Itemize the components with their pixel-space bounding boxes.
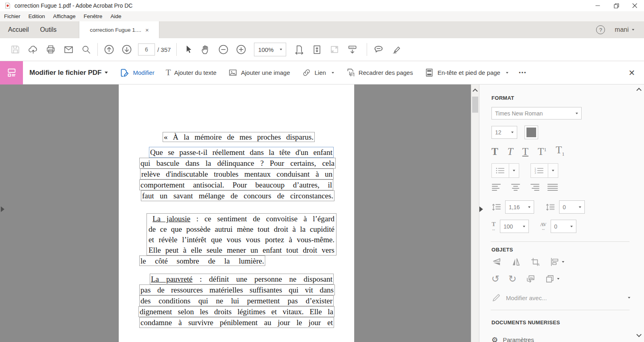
zoom-out-button[interactable] [215,41,232,58]
crop-object-button[interactable] [530,257,541,267]
superscript-button[interactable]: T1 [538,146,547,157]
menu-item-affichage[interactable]: Affichage [53,13,76,19]
add-text-button[interactable]: T Ajouter du texte [166,68,217,77]
para2-line1: La jalousie : ce sentiment de convoitise… [149,214,334,224]
menu-item-aide[interactable]: Aide [110,13,121,19]
edit-pdf-tool-icon [5,66,19,80]
search-button[interactable] [77,41,95,58]
comment-button[interactable] [369,41,387,58]
flip-horizontal-button[interactable] [511,257,521,267]
numbered-list-button[interactable]: 1 2 3 [530,163,558,178]
close-tool-button[interactable]: ✕ [628,68,635,78]
gear-icon: ⚙ [491,336,498,342]
next-page-button[interactable] [118,41,136,58]
print-button[interactable] [42,41,60,58]
text-box-para3-line1[interactable]: La pauvreté : définit une personne ne di… [150,274,334,284]
paragraph-spacing-select[interactable]: 0 [559,200,585,214]
crop-pages-button[interactable]: Recadrer des pages [345,68,413,78]
line-spacing-select[interactable]: 1,16 [505,200,534,214]
font-color-swatch[interactable] [524,126,538,139]
horizontal-scale-select[interactable]: 100 [500,220,529,233]
arrange-objects-button[interactable] [545,274,559,284]
zoom-level-select[interactable]: 100% [254,43,286,56]
align-right-button[interactable] [528,183,540,192]
tool-title[interactable]: Modifier le fichier PDF [29,69,101,77]
italic-button[interactable]: T [508,146,513,157]
close-window-button[interactable] [625,0,644,11]
flip-vertical-button[interactable] [491,257,502,267]
read-mode-button[interactable] [343,41,361,58]
tab-accueil[interactable]: Accueil [2,21,35,38]
scroll-up-icon[interactable] [473,89,478,94]
settings-button[interactable]: ⚙ Paramètres [491,336,628,342]
tool-title-caret-icon[interactable] [105,72,108,74]
font-family-select[interactable]: Times New Roman [491,107,582,119]
fit-page-button[interactable] [308,41,326,58]
save-button[interactable] [6,41,24,58]
select-tool-button[interactable] [179,41,197,58]
tabbar-right: ? mani [596,21,644,38]
panel-scrollbar[interactable] [636,84,642,342]
window-controls [588,0,644,11]
document-scrollbar[interactable] [471,84,479,342]
bold-button[interactable]: T [491,146,498,157]
align-center-button[interactable] [510,183,521,192]
char-spacing-select[interactable]: 0 [551,220,576,233]
panel-scroll-up-icon[interactable] [636,88,642,93]
hand-tool-button[interactable] [197,41,215,58]
add-image-button[interactable]: Ajouter une image [228,68,290,78]
panel-scroll-down-icon[interactable] [636,332,642,337]
tab-document-label: correction Fugue 1.... [90,27,141,33]
minimize-button[interactable] [588,0,607,11]
text-box-para3-line3[interactable]: des conditions qui ne lui permettent pas… [139,295,334,306]
subscript-button[interactable]: T1 [556,145,565,157]
align-justify-button[interactable] [547,183,558,192]
rotate-left-button[interactable]: ↺ [491,274,500,284]
email-button[interactable] [60,41,77,58]
bullet-list-button[interactable] [491,163,519,178]
text-box-para2-last[interactable]: le côté sombre de la lumière. [139,255,265,266]
menu-item-fenetre[interactable]: Fenêtre [84,13,103,19]
header-footer-button[interactable]: En-tête et pied de page [424,68,508,78]
text-box-para1-line4[interactable]: comportement antisocial. Pour beaucoup d… [139,179,333,190]
text-box-para1-line5[interactable]: faut un savant mélange de concours de ci… [141,190,334,201]
align-objects-button[interactable] [549,257,564,267]
align-left-button[interactable] [491,183,503,192]
tab-close-icon[interactable]: × [145,27,149,33]
left-panel-expand-button[interactable] [1,206,4,212]
font-size-select[interactable]: 12 [491,126,517,139]
user-menu[interactable]: mani [615,26,634,33]
tab-outils[interactable]: Outils [35,21,62,38]
text-box-para2[interactable]: La jalousie : ce sentiment de convoitise… [147,213,336,255]
text-box-para3-line2[interactable]: pas de ressources matérielles suffisante… [139,284,335,295]
text-box-para3-line5[interactable]: condamne à survivre péniblement au jour … [139,317,334,328]
highlight-button[interactable] [387,41,405,58]
menu-item-fichier[interactable]: Fichier [4,13,21,19]
right-panel-collapse-button[interactable] [479,206,483,212]
text-box-para1-line3[interactable]: relève d'indiscutable troubles mentaux c… [140,169,334,179]
restore-button[interactable] [607,0,625,11]
menu-item-edition[interactable]: Edition [29,13,45,19]
edit-with-button[interactable]: Modifier avec... [491,293,630,303]
text-box-para1-line1[interactable]: Que se passe-t-il réellement dans la têt… [149,147,334,158]
more-tools-button[interactable]: ••• [519,70,527,76]
text-box-para1-line2[interactable]: qui bascule dans la délinquance ? Pour c… [139,158,336,169]
link-button[interactable]: Lien [301,68,334,78]
text-box-para3-line4[interactable]: dignement selon les droits légitimes et … [138,306,334,317]
previous-page-button[interactable] [100,41,118,58]
underline-button[interactable]: T [522,146,528,157]
para3-line1-rest: : définit une personne ne disposant [192,275,332,283]
rotate-right-button[interactable]: ↻ [508,274,516,284]
help-button[interactable]: ? [596,25,605,34]
share-cloud-button[interactable] [24,41,42,58]
fit-width-button[interactable] [290,41,308,58]
close-window-icon [632,3,637,8]
zoom-in-button[interactable] [232,41,250,58]
replace-image-button[interactable] [525,274,536,284]
text-box-dedication[interactable]: « À la mémoire de mes proches disparus. [163,132,315,142]
page-number-input[interactable] [138,43,155,56]
modify-button[interactable]: Modifier [119,68,154,78]
tab-document[interactable]: correction Fugue 1.... × [79,21,159,38]
scrollbar-thumb[interactable] [472,97,478,113]
fullscreen-button[interactable] [326,41,343,58]
